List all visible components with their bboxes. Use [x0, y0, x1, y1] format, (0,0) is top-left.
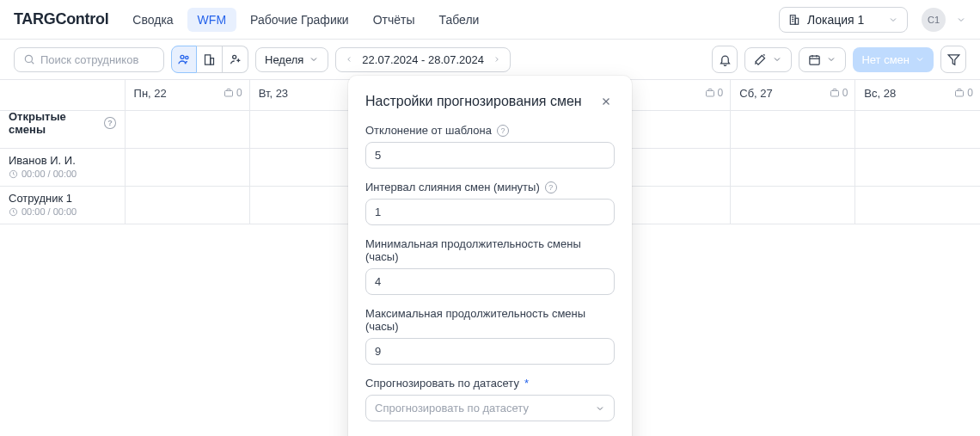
magic-button[interactable]	[744, 47, 792, 72]
nav-summary[interactable]: Сводка	[122, 8, 183, 32]
day-count-badge: 0	[705, 87, 724, 99]
date-range-label: 22.07.2024 - 28.07.2024	[362, 53, 484, 66]
calendar-icon	[808, 53, 821, 66]
briefcase-icon	[830, 88, 840, 98]
svg-rect-10	[211, 58, 214, 64]
merge-input[interactable]	[365, 199, 615, 225]
dataset-placeholder: Спрогнозировать по датасету	[375, 402, 529, 415]
dataset-select[interactable]: Спрогнозировать по датасету	[365, 395, 615, 421]
nav-wfm[interactable]: WFM	[187, 8, 236, 32]
close-icon[interactable]	[597, 93, 615, 110]
employee-row[interactable]: Иванов И. И. 00:00 / 00:00	[0, 149, 125, 187]
max-duration-input[interactable]	[365, 338, 615, 365]
employee-header	[0, 80, 125, 111]
day-header-sun[interactable]: Вс, 28 0	[855, 80, 980, 111]
employee-name: Сотрудник 1	[9, 192, 116, 205]
svg-point-7	[181, 55, 184, 58]
chevron-down-icon	[888, 15, 898, 25]
nav-reports[interactable]: Отчёты	[363, 8, 426, 32]
main-nav: Сводка WFM Рабочие Графики Отчёты Табели	[122, 8, 772, 32]
shift-cell[interactable]	[125, 149, 249, 187]
chevron-down-icon	[309, 54, 319, 64]
shift-cell[interactable]	[855, 149, 980, 187]
shift-cell[interactable]	[731, 149, 855, 187]
max-duration-label: Максимальная продолжительность смены (ча…	[365, 307, 615, 333]
filter-button[interactable]	[940, 46, 966, 73]
chevron-down-icon	[772, 54, 782, 64]
svg-point-5	[25, 55, 32, 62]
shift-cell[interactable]	[731, 187, 855, 224]
search-input[interactable]: Поиск сотрудников	[14, 47, 164, 72]
avatar-chevron-icon[interactable]	[956, 15, 966, 25]
bell-icon	[719, 53, 732, 66]
people-icon	[177, 52, 191, 66]
employee-row[interactable]: Сотрудник 1 00:00 / 00:00	[0, 187, 125, 224]
svg-rect-21	[224, 91, 232, 97]
building-icon	[788, 14, 800, 26]
dataset-label: Спрогнозировать по датасету *	[365, 377, 615, 390]
day-label: Вс, 28	[864, 87, 896, 100]
people-view-button[interactable]	[171, 46, 197, 73]
no-shifts-button[interactable]: Нет смен	[853, 47, 934, 72]
logo: TARGControl	[14, 10, 108, 28]
deviation-label: Отклонение от шаблона ?	[365, 124, 615, 137]
day-header-sat[interactable]: Сб, 27 0	[731, 80, 855, 111]
day-header-mon[interactable]: Пн, 22 0	[125, 80, 249, 111]
next-week-icon[interactable]	[493, 55, 501, 64]
shift-cell[interactable]	[855, 187, 980, 224]
shift-cell[interactable]	[731, 111, 855, 149]
chevron-down-icon	[826, 54, 836, 64]
day-label: Вт, 23	[259, 87, 288, 100]
clock-icon	[9, 169, 18, 179]
chevron-down-icon	[915, 54, 925, 64]
filter-icon	[947, 53, 960, 66]
shift-cell[interactable]	[125, 111, 249, 149]
period-select[interactable]: Неделя	[255, 47, 328, 72]
svg-rect-22	[706, 91, 714, 97]
employee-name: Иванов И. И.	[9, 154, 116, 167]
svg-rect-9	[205, 54, 211, 64]
no-shifts-label: Нет смен	[861, 53, 910, 66]
search-placeholder: Поиск сотрудников	[40, 53, 138, 66]
nav-schedules[interactable]: Рабочие Графики	[240, 8, 359, 32]
avatar[interactable]: С1	[922, 8, 946, 32]
calendar-button[interactable]	[799, 47, 846, 72]
svg-rect-1	[795, 18, 799, 24]
help-icon[interactable]: ?	[104, 117, 115, 129]
view-mode-group	[171, 46, 248, 73]
toolbar: Поиск сотрудников Неделя 22.07.2024 - 28…	[0, 40, 980, 79]
svg-rect-23	[830, 91, 838, 97]
forecast-settings-modal: Настройки прогнозирования смен Отклонени…	[348, 76, 632, 436]
nav-timesheets[interactable]: Табели	[429, 8, 490, 32]
help-icon[interactable]: ?	[497, 125, 509, 137]
day-count-badge: 0	[224, 87, 242, 99]
shift-cell[interactable]	[125, 187, 249, 224]
svg-rect-16	[810, 56, 819, 64]
open-shifts-row: Открытые смены ?	[0, 111, 125, 149]
location-label: Локация 1	[807, 13, 864, 27]
employee-time: 00:00 / 00:00	[9, 206, 116, 217]
shift-cell[interactable]	[855, 111, 980, 149]
location-select[interactable]: Локация 1	[779, 7, 908, 33]
bell-button[interactable]	[712, 46, 738, 73]
building-icon	[203, 53, 216, 66]
min-duration-input[interactable]	[365, 268, 615, 295]
person-plus-icon	[229, 52, 242, 66]
date-range-picker[interactable]: 22.07.2024 - 28.07.2024	[335, 47, 511, 72]
clock-icon	[9, 207, 18, 217]
prev-week-icon[interactable]	[345, 55, 353, 64]
help-icon[interactable]: ?	[545, 181, 557, 193]
svg-marker-20	[948, 54, 959, 64]
day-label: Пн, 22	[134, 87, 167, 100]
deviation-input[interactable]	[365, 142, 615, 169]
building-view-button[interactable]	[197, 46, 223, 73]
app-header: TARGControl Сводка WFM Рабочие Графики О…	[0, 0, 980, 40]
person-plus-button[interactable]	[223, 46, 248, 73]
svg-rect-24	[956, 91, 964, 97]
employee-time: 00:00 / 00:00	[9, 169, 116, 179]
briefcase-icon	[705, 88, 715, 98]
svg-line-15	[756, 63, 756, 64]
briefcase-icon	[224, 88, 234, 98]
svg-line-14	[764, 54, 765, 55]
svg-line-6	[32, 62, 34, 64]
